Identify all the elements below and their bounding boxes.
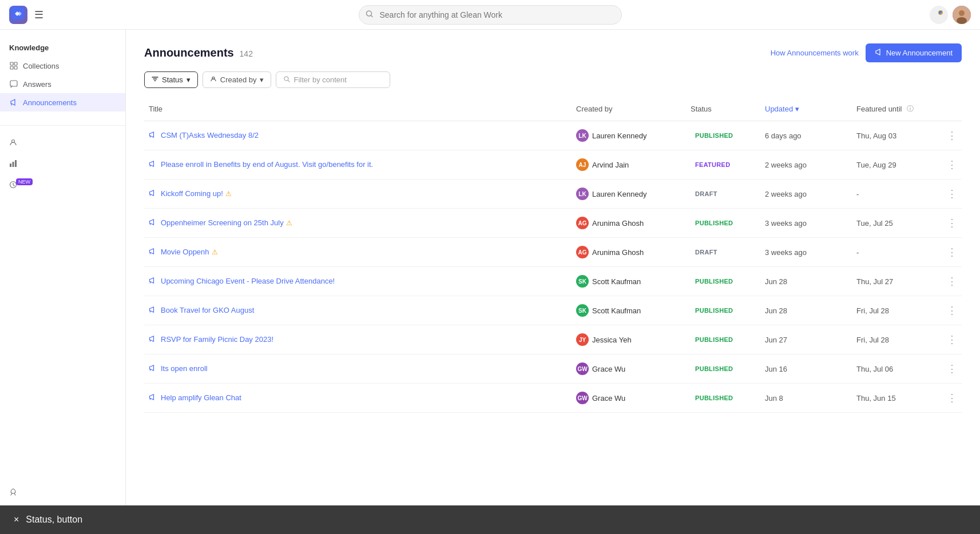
more-options-button[interactable]: ⋮	[943, 389, 962, 407]
how-announcements-link[interactable]: How Announcements work	[771, 49, 859, 57]
status-badge: PUBLISHED	[691, 393, 737, 403]
filter-search[interactable]: Filter by content	[276, 71, 390, 88]
more-options-button[interactable]: ⋮	[943, 302, 962, 319]
table-row: Help amplify Glean Chat GW Grace Wu PUBL…	[144, 384, 962, 413]
status-badge: PUBLISHED	[691, 218, 737, 228]
status-filter-button[interactable]: Status ▾	[144, 71, 198, 88]
author-cell: AG Arunima Ghosh	[572, 214, 686, 232]
tooltip-close-button[interactable]: ×	[14, 515, 19, 525]
author-avatar: GW	[576, 362, 589, 375]
author-name: Lauren Kennedy	[592, 190, 646, 198]
announcement-title-link[interactable]: Please enroll in Benefits by end of Augu…	[161, 160, 373, 169]
featured-until-cell: -	[852, 246, 943, 259]
title-cell: Please enroll in Benefits by end of Augu…	[144, 157, 572, 172]
sidebar-item-announcements[interactable]: Announcements	[0, 93, 125, 111]
col-created-by: Created by	[572, 102, 686, 116]
table-row: Book Travel for GKO August SK Scott Kauf…	[144, 296, 962, 325]
announcement-title-link[interactable]: RSVP for Family Picnic Day 2023!	[161, 335, 273, 344]
header-right: How Announcements work New Announcement	[771, 43, 962, 62]
col-status: Status	[686, 102, 760, 116]
new-announcement-button[interactable]: New Announcement	[866, 43, 962, 62]
col-actions	[943, 102, 962, 116]
more-options-button[interactable]: ⋮	[943, 273, 962, 290]
updated-cell: Jun 27	[760, 333, 852, 346]
author-avatar: LK	[576, 129, 589, 142]
announcement-title-link[interactable]: Movie Oppenh	[161, 248, 209, 256]
main-layout: Knowledge Collections Answers Announceme…	[0, 30, 980, 534]
col-updated[interactable]: Updated ▾	[760, 102, 852, 116]
sidebar-item-collections[interactable]: Collections	[0, 57, 125, 75]
notification-button[interactable]: ⚡	[930, 6, 948, 24]
status-cell: PUBLISHED	[686, 362, 760, 376]
table-row: Movie Oppenh⚠ AG Arunima Ghosh DRAFT 3 w…	[144, 238, 962, 267]
sidebar: Knowledge Collections Answers Announceme…	[0, 30, 126, 534]
search-icon	[366, 10, 374, 19]
sidebar-item-people[interactable]	[0, 133, 125, 154]
featured-until-info-icon[interactable]: ⓘ	[907, 104, 914, 114]
status-cell: PUBLISHED	[686, 216, 760, 230]
announcement-title-link[interactable]: Help amplify Glean Chat	[161, 393, 241, 402]
author-avatar: JY	[576, 333, 589, 346]
author-name: Lauren Kennedy	[592, 131, 646, 140]
author-avatar: AG	[576, 217, 589, 229]
featured-until-cell: Tue, Aug 29	[852, 158, 943, 172]
updated-cell: Jun 28	[760, 304, 852, 317]
more-options-button[interactable]: ⋮	[943, 127, 962, 144]
logo-icon	[13, 8, 24, 22]
person-icon	[210, 75, 217, 84]
more-options-button[interactable]: ⋮	[943, 244, 962, 261]
author-cell: GW Grace Wu	[572, 360, 686, 377]
announcement-title-link[interactable]: Its open enroll	[161, 364, 208, 373]
featured-until-cell: Fri, Jul 28	[852, 333, 943, 346]
sidebar-item-activity[interactable]: NEW	[0, 175, 125, 196]
svg-rect-8	[10, 62, 13, 65]
page-title-group: Announcements 142	[144, 46, 253, 59]
status-filter-icon	[152, 75, 158, 84]
title-cell: Oppenheimer Screening on 25th July⚠	[144, 216, 572, 230]
sidebar-item-rocket[interactable]	[0, 483, 125, 504]
more-options-button[interactable]: ⋮	[943, 156, 962, 173]
status-badge: PUBLISHED	[691, 335, 737, 344]
top-bar: ☰ ⚡	[0, 0, 980, 30]
title-cell: Kickoff Coming up!⚠	[144, 186, 572, 201]
table-row: Oppenheimer Screening on 25th July⚠ AG A…	[144, 209, 962, 238]
announcement-title-link[interactable]: CSM (T)Asks Wednesday 8/2	[161, 131, 259, 140]
table-row: RSVP for Family Picnic Day 2023! JY Jess…	[144, 325, 962, 354]
announcement-row-icon	[149, 306, 156, 315]
created-by-filter-button[interactable]: Created by ▾	[203, 71, 272, 88]
warning-icon: ⚠	[286, 219, 292, 227]
sidebar-item-analytics[interactable]	[0, 154, 125, 175]
announcement-title-link[interactable]: Upcoming Chicago Event - Please Drive At…	[161, 277, 335, 285]
author-name: Scott Kaufman	[592, 277, 641, 286]
col-title: Title	[144, 102, 572, 116]
announcement-title-link[interactable]: Oppenheimer Screening on 25th July	[161, 218, 284, 227]
author-name: Grace Wu	[592, 365, 625, 373]
announcement-row-icon	[149, 277, 156, 286]
announcement-row-icon	[149, 364, 156, 373]
svg-rect-10	[10, 66, 13, 69]
more-options-button[interactable]: ⋮	[943, 360, 962, 377]
more-options-button[interactable]: ⋮	[943, 214, 962, 232]
more-options-button[interactable]: ⋮	[943, 185, 962, 202]
updated-cell: Jun 16	[760, 362, 852, 376]
announcement-title-link[interactable]: Book Travel for GKO August	[161, 306, 254, 314]
announcement-row-icon	[149, 131, 156, 140]
collections-label: Collections	[23, 62, 59, 70]
hamburger-button[interactable]: ☰	[34, 9, 43, 21]
table-header: Title Created by Status Updated ▾ Featur…	[144, 97, 962, 121]
announcement-title-link[interactable]: Kickoff Coming up!	[161, 189, 223, 198]
search-input[interactable]	[359, 5, 622, 25]
title-cell: Help amplify Glean Chat	[144, 390, 572, 405]
featured-until-cell: Tue, Jul 25	[852, 217, 943, 230]
status-filter-chevron: ▾	[187, 75, 191, 84]
sidebar-section-knowledge: Knowledge	[0, 39, 125, 57]
sidebar-item-answers[interactable]: Answers	[0, 75, 125, 93]
announcement-row-icon	[149, 218, 156, 228]
author-cell: AJ Arvind Jain	[572, 156, 686, 173]
featured-until-cell: Thu, Jul 27	[852, 275, 943, 288]
warning-icon: ⚠	[212, 248, 218, 256]
user-avatar[interactable]	[953, 6, 971, 24]
author-avatar: LK	[576, 188, 589, 200]
more-options-button[interactable]: ⋮	[943, 331, 962, 348]
svg-text:⚡: ⚡	[940, 11, 943, 14]
